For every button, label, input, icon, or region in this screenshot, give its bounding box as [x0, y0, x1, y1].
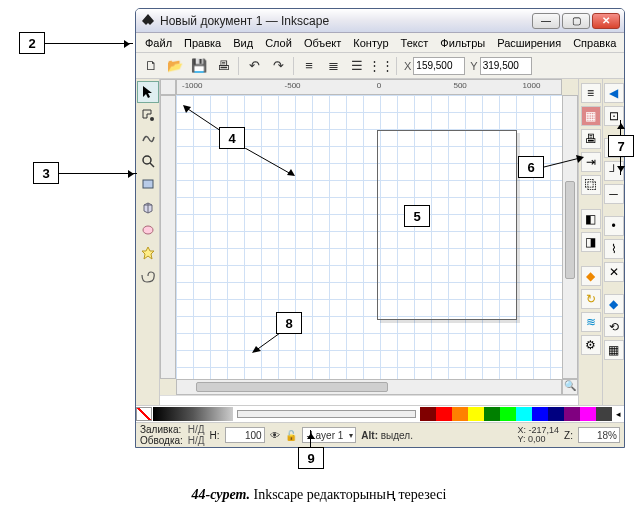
- menu-layer[interactable]: Слой: [260, 35, 297, 51]
- color-swatch[interactable]: [532, 407, 548, 421]
- svg-point-12: [143, 226, 153, 234]
- tweak-tool[interactable]: [137, 127, 159, 149]
- callout-2-line: [45, 43, 133, 44]
- snap-path-icon[interactable]: ⌇: [604, 239, 624, 259]
- ruler-tick: -500: [285, 81, 301, 90]
- snap-node-icon[interactable]: •: [604, 216, 624, 236]
- star-tool[interactable]: [137, 242, 159, 264]
- no-color-swatch[interactable]: [136, 407, 152, 421]
- visibility-icon[interactable]: 👁: [270, 430, 280, 441]
- vertical-scrollbar[interactable]: [562, 95, 578, 379]
- color-swatch[interactable]: [564, 407, 580, 421]
- color-swatch[interactable]: [484, 407, 500, 421]
- scrollbar-thumb[interactable]: [565, 181, 575, 280]
- snap-intersect-icon[interactable]: ✕: [604, 262, 624, 282]
- menu-extensions[interactable]: Расширения: [492, 35, 566, 51]
- color-swatch[interactable]: [548, 407, 564, 421]
- svg-line-4: [544, 158, 580, 167]
- menu-view[interactable]: Вид: [228, 35, 258, 51]
- xml-icon[interactable]: ▦: [581, 106, 601, 126]
- close-button[interactable]: ✕: [592, 13, 620, 29]
- svg-line-10: [150, 163, 154, 167]
- menu-text[interactable]: Текст: [396, 35, 434, 51]
- align-right-icon[interactable]: ☰: [346, 55, 368, 77]
- snap-mid-icon[interactable]: ─: [604, 184, 624, 204]
- color-swatch[interactable]: [596, 407, 612, 421]
- ungroup-icon[interactable]: ◨: [581, 232, 601, 252]
- menu-filters[interactable]: Фильтры: [435, 35, 490, 51]
- maximize-button[interactable]: ▢: [562, 13, 590, 29]
- fill-dialog-icon[interactable]: ◆: [581, 266, 601, 286]
- zoom-input[interactable]: 18%: [578, 427, 620, 443]
- callout-8: 8: [276, 312, 302, 334]
- x-input[interactable]: 159,500: [413, 57, 465, 75]
- save-button[interactable]: 💾: [188, 55, 210, 77]
- selector-tool[interactable]: [137, 81, 159, 103]
- svg-rect-11: [143, 180, 153, 188]
- group-icon[interactable]: ◧: [581, 209, 601, 229]
- color-swatch[interactable]: [420, 407, 436, 421]
- window-title: Новый документ 1 — Inkscape: [160, 14, 530, 28]
- color-swatch[interactable]: [580, 407, 596, 421]
- menu-file[interactable]: Файл: [140, 35, 177, 51]
- minimize-button[interactable]: —: [532, 13, 560, 29]
- pointer-coords: X: -217,14 Y: 0,00: [518, 426, 560, 444]
- import-icon[interactable]: 🖶: [581, 129, 601, 149]
- print-button[interactable]: 🖶: [212, 55, 234, 77]
- zoom-corner-icon[interactable]: 🔍: [562, 379, 578, 395]
- menu-object[interactable]: Объект: [299, 35, 346, 51]
- horizontal-scrollbar[interactable]: [176, 379, 562, 395]
- box3d-tool[interactable]: [137, 196, 159, 218]
- scrollbar-thumb[interactable]: [196, 382, 388, 392]
- horizontal-ruler[interactable]: -1000 -500 0 500 1000: [176, 79, 562, 95]
- align-center-icon[interactable]: ≣: [322, 55, 344, 77]
- docprops-icon[interactable]: ≡: [581, 83, 601, 103]
- distribute-icon[interactable]: ⋮⋮: [370, 55, 392, 77]
- stroke-label: Обводка:: [140, 435, 183, 446]
- zoom-tool[interactable]: [137, 150, 159, 172]
- opacity-input[interactable]: 100: [225, 427, 265, 443]
- copy-icon[interactable]: ⿻: [581, 175, 601, 195]
- caption-figure-number: 44-сурет.: [192, 487, 250, 502]
- snap-master-icon[interactable]: ◀: [604, 83, 624, 103]
- menu-path[interactable]: Контур: [348, 35, 393, 51]
- open-button[interactable]: 📂: [164, 55, 186, 77]
- layers-icon[interactable]: ≋: [581, 312, 601, 332]
- page-outline: [377, 130, 517, 320]
- node-tool[interactable]: [137, 104, 159, 126]
- rectangle-tool[interactable]: [137, 173, 159, 195]
- color-swatch[interactable]: [500, 407, 516, 421]
- color-swatch[interactable]: [452, 407, 468, 421]
- grayscale-swatches[interactable]: [153, 407, 233, 421]
- spiral-tool[interactable]: [137, 265, 159, 287]
- svg-line-0: [185, 107, 221, 131]
- menu-edit[interactable]: Правка: [179, 35, 226, 51]
- new-button[interactable]: 🗋: [140, 55, 162, 77]
- callout-3: 3: [33, 162, 59, 184]
- snap-rotation-icon[interactable]: ⟲: [604, 317, 624, 337]
- prefs-icon[interactable]: ⚙: [581, 335, 601, 355]
- toolbox: [136, 79, 160, 405]
- vertical-ruler[interactable]: [160, 95, 176, 379]
- callout-8-line: [252, 333, 282, 355]
- undo-button[interactable]: ↶: [243, 55, 265, 77]
- color-swatch[interactable]: [436, 407, 452, 421]
- align-left-icon[interactable]: ≡: [298, 55, 320, 77]
- menu-help[interactable]: Справка: [568, 35, 621, 51]
- snap-grid-icon[interactable]: ▦: [604, 340, 624, 360]
- status-bar: Заливка: Обводка: Н/Д Н/Д H: 100 👁 🔓 -La…: [136, 423, 624, 447]
- y-label: Y: [470, 60, 477, 72]
- lock-icon[interactable]: 🔓: [285, 430, 297, 441]
- ruler-tick: 0: [377, 81, 381, 90]
- snap-center-icon[interactable]: ◆: [604, 294, 624, 314]
- redo-button[interactable]: ↷: [267, 55, 289, 77]
- callout-6-line: [544, 155, 584, 177]
- titlebar[interactable]: Новый документ 1 — Inkscape — ▢ ✕: [136, 9, 624, 33]
- callout-4-line: [183, 105, 223, 133]
- color-swatch[interactable]: [516, 407, 532, 421]
- transform-icon[interactable]: ↻: [581, 289, 601, 309]
- y-input[interactable]: 319,500: [480, 57, 532, 75]
- color-swatch[interactable]: [468, 407, 484, 421]
- palette-menu-icon[interactable]: ◂: [612, 409, 624, 419]
- ellipse-tool[interactable]: [137, 219, 159, 241]
